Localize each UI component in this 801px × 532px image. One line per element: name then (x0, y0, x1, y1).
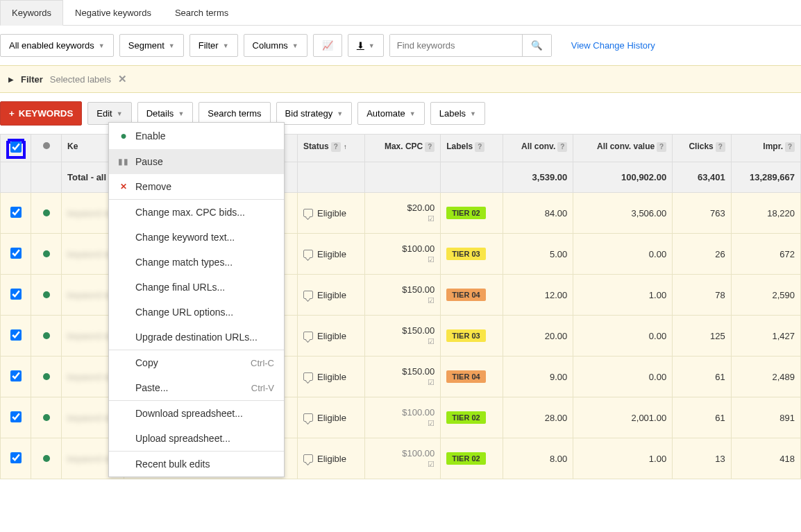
all-conv-value: 84.00 (503, 193, 573, 234)
col-labels[interactable]: Labels? (441, 135, 503, 162)
help-icon[interactable]: ? (657, 142, 666, 152)
toolbar: All enabled keywords▼ Segment▼ Filter▼ C… (0, 26, 801, 65)
tier-label[interactable]: TIER 02 (446, 411, 485, 424)
all-conv-value-amount: 1.00 (573, 275, 673, 316)
row-checkbox[interactable] (10, 411, 22, 422)
totals-clicks: 63,401 (673, 162, 732, 193)
help-icon[interactable]: ? (716, 142, 725, 152)
edit-check-icon[interactable]: ☑ (371, 337, 435, 346)
comment-icon[interactable] (303, 332, 313, 340)
edit-check-icon[interactable]: ☑ (371, 460, 435, 469)
menu-change-text[interactable]: Change keyword text... (109, 225, 284, 250)
max-cpc-value[interactable]: $100.00 (402, 448, 435, 458)
row-checkbox[interactable] (10, 289, 22, 300)
select-all-checkbox[interactable] (10, 141, 22, 153)
scope-dropdown[interactable]: All enabled keywords▼ (0, 34, 114, 57)
edit-check-icon[interactable]: ☑ (371, 296, 435, 305)
menu-remove[interactable]: ✕Remove (109, 174, 284, 199)
menu-download-spreadsheet[interactable]: Download spreadsheet... (109, 401, 284, 426)
menu-change-match[interactable]: Change match types... (109, 250, 284, 275)
row-checkbox[interactable] (10, 370, 22, 381)
comment-icon[interactable] (303, 454, 313, 463)
row-checkbox[interactable] (10, 329, 22, 341)
col-all-conv-value[interactable]: All conv. value? (573, 135, 673, 162)
menu-copy[interactable]: CopyCtrl-C (109, 350, 284, 375)
menu-change-url-options[interactable]: Change URL options... (109, 300, 284, 325)
tier-label[interactable]: TIER 02 (446, 207, 485, 219)
max-cpc-value[interactable]: $150.00 (402, 284, 435, 295)
comment-icon[interactable] (303, 413, 313, 422)
max-cpc-value[interactable]: $150.00 (402, 366, 435, 377)
caret-down-icon: ▼ (223, 42, 229, 49)
segment-dropdown[interactable]: Segment▼ (119, 34, 184, 57)
automate-dropdown[interactable]: Automate▼ (357, 102, 425, 125)
edit-check-icon[interactable]: ☑ (371, 378, 435, 387)
labels-dropdown[interactable]: Labels▼ (430, 102, 485, 125)
row-checkbox[interactable] (10, 452, 22, 463)
columns-dropdown[interactable]: Columns▼ (244, 34, 307, 57)
clicks-value: 61 (673, 397, 732, 438)
tab-search-terms[interactable]: Search terms (163, 0, 240, 25)
status-dot-icon (43, 209, 50, 216)
max-cpc-value[interactable]: $20.00 (407, 203, 435, 213)
tier-label[interactable]: TIER 04 (446, 289, 485, 301)
download-dropdown[interactable]: ⬇▼ (348, 34, 384, 57)
action-bar: +KEYWORDS Edit▼ Details▼ Search terms Bi… (0, 93, 801, 134)
menu-upload-spreadsheet[interactable]: Upload spreadsheet... (109, 426, 284, 451)
tier-label[interactable]: TIER 03 (446, 248, 485, 260)
search-icon: 🔍 (531, 40, 543, 51)
col-impr[interactable]: Impr.? (731, 135, 800, 162)
help-icon[interactable]: ? (557, 142, 567, 152)
status-cell: Eligible (303, 454, 359, 464)
all-conv-value-amount: 0.00 (573, 357, 673, 397)
search-input[interactable] (390, 35, 522, 56)
row-checkbox[interactable] (10, 248, 22, 259)
tier-label[interactable]: TIER 03 (446, 329, 485, 342)
all-conv-value-amount: 1.00 (573, 438, 673, 479)
tab-keywords[interactable]: Keywords (0, 0, 63, 26)
help-icon[interactable]: ? (331, 142, 341, 152)
help-icon[interactable]: ? (425, 142, 435, 152)
menu-change-cpc[interactable]: Change max. CPC bids... (109, 200, 284, 225)
max-cpc-value[interactable]: $100.00 (402, 407, 435, 418)
comment-icon[interactable] (303, 291, 313, 299)
comment-icon[interactable] (303, 250, 313, 258)
col-status[interactable]: Status?↑ (298, 135, 365, 162)
comment-icon[interactable] (303, 209, 313, 217)
comment-icon[interactable] (303, 372, 313, 381)
help-icon[interactable]: ? (785, 142, 795, 152)
edit-check-icon[interactable]: ☑ (371, 255, 435, 264)
clicks-value: 125 (673, 316, 732, 357)
filter-dropdown[interactable]: Filter▼ (189, 34, 238, 57)
menu-upgrade-dest-urls[interactable]: Upgrade destination URLs... (109, 325, 284, 350)
menu-change-final-urls[interactable]: Change final URLs... (109, 275, 284, 300)
chart-button[interactable]: 📈 (313, 34, 342, 57)
edit-check-icon[interactable]: ☑ (371, 214, 435, 223)
menu-recent-bulk-edits[interactable]: Recent bulk edits (109, 452, 284, 477)
tier-label[interactable]: TIER 02 (446, 452, 485, 465)
menu-paste[interactable]: Paste...Ctrl-V (109, 375, 284, 400)
edit-check-icon[interactable]: ☑ (371, 419, 435, 428)
add-keywords-button[interactable]: +KEYWORDS (0, 101, 82, 126)
max-cpc-value[interactable]: $150.00 (402, 325, 435, 336)
status-text: Eligible (317, 249, 346, 259)
filter-close-icon[interactable]: ✕ (118, 73, 127, 85)
menu-pause[interactable]: ▮▮Pause (109, 149, 284, 174)
chevron-right-icon[interactable]: ▶ (8, 76, 14, 83)
help-icon[interactable]: ? (475, 142, 484, 152)
view-change-history-link[interactable]: View Change History (571, 40, 655, 51)
col-clicks[interactable]: Clicks? (673, 135, 732, 162)
tier-label[interactable]: TIER 04 (446, 370, 485, 383)
row-checkbox[interactable] (10, 207, 22, 218)
all-conv-value-amount: 0.00 (573, 316, 673, 357)
status-text: Eligible (317, 208, 346, 218)
menu-enable[interactable]: ●Enable (109, 123, 284, 149)
max-cpc-value[interactable]: $100.00 (402, 243, 435, 254)
search-button[interactable]: 🔍 (522, 35, 551, 56)
all-conv-value-amount: 0.00 (573, 234, 673, 275)
col-all-conv[interactable]: All conv.? (503, 135, 573, 162)
col-max-cpc[interactable]: Max. CPC? (365, 135, 441, 162)
impr-value: 672 (731, 234, 800, 275)
tab-negative-keywords[interactable]: Negative keywords (63, 0, 163, 25)
bid-strategy-dropdown[interactable]: Bid strategy▼ (276, 102, 353, 125)
